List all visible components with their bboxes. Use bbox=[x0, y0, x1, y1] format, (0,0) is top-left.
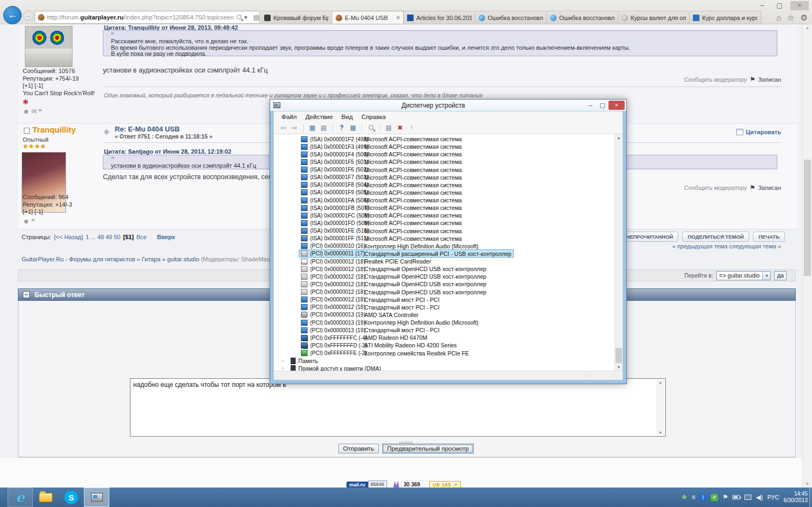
device-row[interactable]: Прямой доступ к памяти (DMA) bbox=[274, 365, 614, 371]
devices-icon[interactable]: ▦ bbox=[348, 124, 358, 131]
address-bar[interactable]: http://forum.guitarplayer.ru/index.php?t… bbox=[35, 11, 260, 24]
device-row[interactable]: (ISA) 0x000001FE (510) Microsoft ACPI-со… bbox=[274, 227, 614, 235]
update-driver-icon[interactable]: ↑ bbox=[407, 124, 416, 131]
taskbar-explorer-button[interactable] bbox=[33, 488, 58, 507]
device-row[interactable]: (ISA) 0x000001F9 (505) Microsoft ACPI-со… bbox=[274, 189, 614, 196]
scrollbar-thumb[interactable] bbox=[615, 348, 622, 363]
topic-action-button[interactable]: ПЕЧАТЬ bbox=[753, 232, 785, 242]
properties-icon[interactable]: ▤ bbox=[319, 124, 329, 131]
forward-icon[interactable]: ⇨ bbox=[290, 124, 299, 131]
device-row[interactable]: (PCI) 0x00000012 (18) Стандартный мост P… bbox=[274, 304, 614, 311]
device-row[interactable]: (PCI) 0x00000012 (18) Стандартный мост P… bbox=[274, 296, 614, 304]
device-manager-titlebar[interactable]: Диспетчер устройств – ▢ × bbox=[270, 100, 626, 111]
profile-icon[interactable]: ☻ bbox=[23, 108, 31, 115]
flag-icon[interactable]: ⚑ bbox=[722, 494, 728, 501]
message-icon[interactable]: ❝ bbox=[31, 218, 36, 225]
device-row[interactable]: (PCI) 0x00000010 (16) Контроллер High De… bbox=[274, 242, 614, 250]
device-row[interactable]: (PCI) 0x00000013 (19) AMD SATA Controlle… bbox=[274, 311, 614, 319]
post2-subject[interactable]: Re: E-Mu 0404 USB bbox=[115, 125, 180, 133]
device-row[interactable]: (ISA) 0x000001F4 (500) Microsoft ACPI-со… bbox=[274, 150, 614, 158]
device-row[interactable]: (PCI) 0x00000013 (19) Контроллер High De… bbox=[274, 319, 614, 326]
scan-hardware-icon[interactable]: ▤ bbox=[384, 124, 394, 131]
expand-chevron-icon[interactable] bbox=[281, 359, 289, 363]
pages-back-link[interactable]: [<< Назад] bbox=[54, 234, 83, 240]
device-row[interactable]: (ISA) 0x000001F2 (498) Microsoft ACPI-со… bbox=[274, 135, 614, 143]
email-icon[interactable]: ✉ bbox=[31, 108, 38, 115]
window-minimize-button[interactable]: – bbox=[756, 1, 769, 10]
new-tab-button[interactable] bbox=[761, 11, 774, 24]
browser-tab[interactable]: Ошибка восстановлени... × bbox=[475, 11, 547, 24]
network-icon[interactable] bbox=[744, 495, 751, 500]
device-list-scrollbar[interactable]: ▲ ▼ bbox=[614, 134, 623, 371]
post2-author[interactable]: Tranquillity bbox=[32, 125, 76, 134]
device-row[interactable]: (PCI) 0x00000012 (18) Стандартный OpenHC… bbox=[274, 288, 614, 296]
device-row[interactable]: (PCI) 0xFFFFFFFE (-2) Контроллер семейст… bbox=[274, 350, 614, 357]
tab-close-icon[interactable]: × bbox=[396, 14, 400, 22]
prev-next-links[interactable]: « предыдущая тема следующая тема » bbox=[672, 243, 781, 249]
device-row[interactable]: (ISA) 0x000001F6 (502) Microsoft ACPI-со… bbox=[274, 166, 614, 174]
device-row[interactable]: (ISA) 0x000001F3 (499) Microsoft ACPI-со… bbox=[274, 143, 614, 150]
browser-tab[interactable]: Ошибка восстановлени... × bbox=[547, 11, 618, 24]
scroll-up-icon[interactable]: ▲ bbox=[656, 380, 665, 384]
bluetooth-icon[interactable]: ᛒ bbox=[699, 494, 706, 501]
all-pages-link[interactable]: Все bbox=[136, 234, 147, 240]
window-close-button[interactable]: × bbox=[790, 1, 809, 10]
battery-icon[interactable] bbox=[732, 495, 740, 499]
device-row[interactable]: (ISA) 0x000001FD (509) Microsoft ACPI-со… bbox=[274, 219, 614, 227]
jump-go-button[interactable]: да bbox=[774, 271, 787, 280]
language-indicator[interactable]: РУС bbox=[767, 494, 779, 501]
volume-icon[interactable]: ◀) bbox=[756, 494, 763, 501]
scrollbar-thumb[interactable] bbox=[804, 160, 811, 276]
clock[interactable]: 14:45 6/30/2013 bbox=[784, 491, 808, 504]
post2-rep-links[interactable]: [+1] [-1] bbox=[23, 208, 72, 216]
topic-action-button[interactable]: ПОДЕЛИТЬСЯ ТЕМОЙ bbox=[682, 232, 749, 242]
device-row[interactable]: (PCI) 0x00000013 (19) Стандартный мост P… bbox=[274, 326, 614, 334]
device-row[interactable]: (ISA) 0x000001F8 (504) Microsoft ACPI-со… bbox=[274, 181, 614, 189]
dm-minimize-button[interactable]: – bbox=[585, 101, 597, 110]
textarea-scrollbar[interactable]: ▲ ▼ bbox=[656, 379, 665, 436]
profile-icon[interactable]: ☻ bbox=[23, 218, 31, 225]
page-scrollbar[interactable]: ▲ ▼ bbox=[802, 24, 812, 488]
quote-button[interactable]: Цитировать bbox=[736, 129, 781, 135]
device-row[interactable]: Память bbox=[274, 357, 614, 365]
search-icon[interactable] bbox=[366, 124, 376, 131]
post1-report-link[interactable]: Сообщить модератору bbox=[684, 76, 747, 83]
post1-rep-links[interactable]: [+1] [-1] bbox=[23, 82, 95, 90]
device-row[interactable]: (PCI) 0x00000012 (18) Стандартный OpenHC… bbox=[274, 265, 614, 273]
device-row[interactable]: (ISA) 0x000001FB (507) Microsoft ACPI-со… bbox=[274, 204, 614, 212]
console-icon[interactable]: ▦ bbox=[307, 124, 317, 131]
compatibility-icon[interactable]: ▤ bbox=[253, 14, 259, 21]
submit-button[interactable]: Отправить bbox=[338, 444, 379, 453]
post2-quote-header[interactable]: Цитата: Santjago от Июня 28, 2013, 12:19… bbox=[104, 148, 231, 155]
favorites-star-icon[interactable]: ☆ bbox=[787, 13, 794, 23]
device-row[interactable]: (ISA) 0x000001F7 (503) Microsoft ACPI-со… bbox=[274, 174, 614, 181]
taskbar-device-manager-button[interactable] bbox=[84, 488, 109, 507]
device-row[interactable]: (PCI) 0x00000012 (18) Realtek PCIE CardR… bbox=[274, 258, 614, 265]
post2-report-link[interactable]: Сообщить модератору bbox=[684, 185, 747, 191]
device-row[interactable]: (PCI) 0xFFFFFFFC (-4) AMD Radeon HD 6470… bbox=[274, 334, 614, 341]
scroll-up-icon[interactable]: ▲ bbox=[803, 25, 812, 30]
device-row[interactable]: (PCI) 0x00000011 (17) Стандартный расшир… bbox=[274, 250, 614, 258]
browser-tab[interactable]: Кровавый форум Братс... × bbox=[261, 11, 332, 24]
search-icon[interactable] bbox=[237, 14, 241, 21]
window-restore-button[interactable]: ▢ bbox=[773, 1, 786, 10]
device-row[interactable]: (ISA) 0x000001FA (506) Microsoft ACPI-со… bbox=[274, 196, 614, 204]
dm-maximize-button[interactable]: ▢ bbox=[597, 101, 608, 110]
reply-textarea[interactable]: надобно еще сделать чтобы тот порт на ко… bbox=[130, 378, 666, 437]
device-row[interactable]: (ISA) 0x000001FF (511) Microsoft ACPI-со… bbox=[274, 235, 614, 242]
back-icon[interactable]: ⇦ bbox=[278, 124, 288, 131]
device-row[interactable]: (PCI) 0x00000012 (18) Стандартный OpenHC… bbox=[274, 273, 614, 280]
browser-tab[interactable]: Articles for 30.06.2013 » A... × bbox=[404, 11, 475, 24]
expand-chevron-icon[interactable] bbox=[281, 366, 289, 371]
browser-tab[interactable]: Курс доллара и курс ев... × bbox=[690, 11, 761, 24]
device-row[interactable]: (PCI) 0x00000012 (18) Стандартный OpenHC… bbox=[274, 280, 614, 288]
up-link[interactable]: Вверх bbox=[157, 234, 175, 240]
scroll-down-icon[interactable]: ▼ bbox=[656, 431, 665, 434]
uninstall-device-icon[interactable]: ✖ bbox=[395, 124, 405, 131]
browser-tab[interactable]: E-Mu 0404 USB × bbox=[332, 11, 404, 24]
taskbar-skype-button[interactable]: S bbox=[58, 488, 84, 507]
tray-storage-icon[interactable]: ≡ bbox=[691, 494, 695, 501]
browser-tab[interactable]: Курсы валют для опера... × bbox=[618, 11, 690, 24]
device-row[interactable]: (ISA) 0x000001F5 (501) Microsoft ACPI-со… bbox=[274, 158, 614, 166]
scroll-down-icon[interactable]: ▼ bbox=[803, 482, 812, 486]
